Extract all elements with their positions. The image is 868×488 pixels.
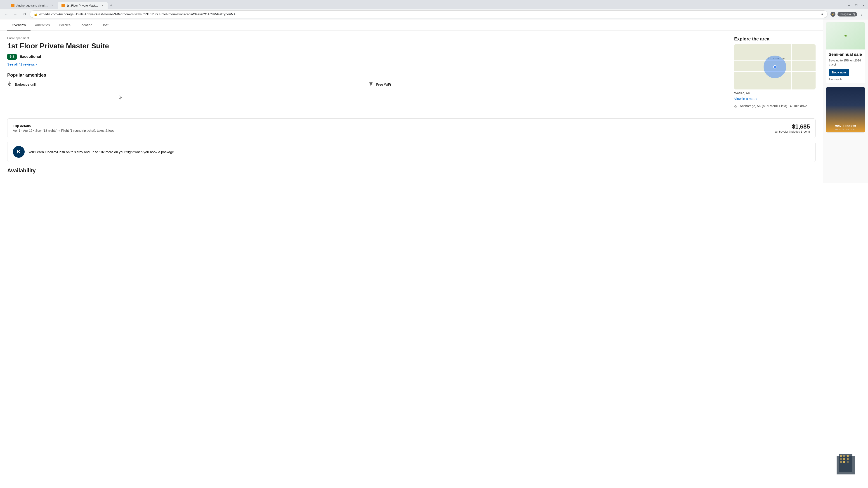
see-reviews-text: See all 41 reviews	[7, 62, 35, 66]
tab-2[interactable]: 1st Floor Private Master Suite ✕	[58, 2, 107, 9]
amenities-grid: Barbecue grill Free	[7, 81, 727, 88]
lock-icon: 🔒	[34, 12, 37, 16]
profile-button[interactable]: 🕵	[829, 11, 837, 18]
bbq-icon	[7, 81, 12, 88]
reload-button[interactable]: ↻	[21, 11, 28, 18]
wifi-icon	[368, 81, 373, 88]
trip-price: $1,685 per traveler (includes 1 room)	[774, 123, 810, 133]
ad-1-cta-button[interactable]: Book now	[829, 69, 849, 76]
new-tab-button[interactable]: +	[108, 2, 114, 8]
explore-title: Explore the area	[734, 36, 815, 41]
chevron-right-icon: ›	[36, 62, 37, 66]
browser-actions: 🕵 Incognito (2) ⋮	[829, 11, 865, 18]
tab-overview[interactable]: Overview	[7, 20, 31, 31]
amenity-wifi-label: Free WiFi	[376, 83, 391, 86]
price-label: per traveler (includes 1 room)	[774, 130, 810, 133]
property-right: Explore the area E Fairview Loop	[734, 36, 815, 113]
tab-2-favicon	[61, 4, 65, 7]
onekey-banner: K You'll earn OneKeyCash on this stay an…	[7, 142, 815, 162]
incognito-icon: 🕵	[831, 13, 835, 15]
svg-point-5	[371, 86, 371, 86]
see-reviews-link[interactable]: See all 41 reviews ›	[7, 62, 727, 66]
ad-1-subtext: Save up to 15% on 2024 travel	[829, 59, 862, 67]
tab-chevron[interactable]: ⌄	[2, 3, 7, 8]
amenity-bbq-label: Barbecue grill	[15, 83, 36, 86]
airport-drive-time: 43 min drive	[790, 104, 807, 108]
breadcrumb: Entire apartment	[7, 36, 727, 40]
incognito-badge: Incognito (2)	[837, 12, 857, 17]
window-controls: — ❐ ✕	[846, 3, 866, 8]
map-location-dot	[773, 65, 776, 68]
mgm-brand-logo: MGM RESORTS	[835, 125, 856, 127]
availability-title: Availability	[7, 167, 815, 174]
tab-1[interactable]: Anchorage (and vicinity), Alask... ✕	[8, 2, 57, 9]
rating-label: Exceptional	[20, 55, 41, 59]
close-button[interactable]: ✕	[861, 3, 866, 8]
ad-1-terms: Terms apply	[829, 78, 862, 80]
maximize-button[interactable]: ❐	[854, 3, 859, 8]
property-title: 1st Floor Private Master Suite	[7, 41, 727, 50]
airport-info: ✈ Anchorage, AK (MRI-Merrill Field) 43 m…	[734, 104, 815, 109]
amenities-section: Popular amenities	[7, 72, 727, 88]
ad-card-1-body: Semi-annual sale Save up to 15% on 2024 …	[826, 50, 865, 83]
property-section: Entire apartment 1st Floor Private Maste…	[0, 31, 823, 119]
tab-1-title: Anchorage (and vicinity), Alask...	[16, 4, 49, 7]
ad-card-2: MGM RESORTS MANDALAY BAY	[826, 87, 865, 133]
rating-row: 9.8 Exceptional	[7, 54, 727, 60]
property-nav: Overview Amenities Policies Location Hos…	[0, 20, 823, 31]
url-text: expedia.com/Anchorage-Hotels-Abbys-Guest…	[39, 12, 819, 16]
main-content: Overview Amenities Policies Location Hos…	[0, 20, 823, 183]
airport-name: Anchorage, AK (MRI-Merrill Field)	[740, 104, 787, 108]
browser-chrome: ⌄ Anchorage (and vicinity), Alask... ✕ 1…	[0, 0, 868, 20]
tab-policies[interactable]: Policies	[54, 20, 75, 31]
minimize-button[interactable]: —	[846, 3, 852, 8]
map-container: E Fairview Loop	[734, 44, 815, 90]
tab-2-title: 1st Floor Private Master Suite	[66, 4, 98, 7]
tab-amenities[interactable]: Amenities	[31, 20, 55, 31]
location-name: Wasilla, AK	[734, 91, 815, 95]
view-map-chevron-icon: ›	[756, 97, 757, 101]
trip-details-description: Apr 1 - Apr 19 • Stay (18 nights) + Flig…	[13, 129, 114, 132]
trip-details-bar: Trip details Apr 1 - Apr 19 • Stay (18 n…	[7, 119, 815, 138]
onekey-logo-letter: K	[17, 149, 21, 155]
trip-details-left: Trip details Apr 1 - Apr 19 • Stay (18 n…	[13, 124, 114, 132]
amenity-item-bbq: Barbecue grill	[7, 81, 366, 88]
ad-card-1-image: 🌿	[826, 22, 865, 50]
tab-host[interactable]: Host	[97, 20, 113, 31]
forward-button[interactable]: →	[12, 11, 19, 18]
amenity-item-wifi: Free WiFi	[368, 81, 727, 88]
tab-1-close[interactable]: ✕	[50, 4, 54, 7]
view-map-text: View in a map	[734, 97, 755, 101]
tab-1-favicon	[11, 4, 14, 7]
tab-location[interactable]: Location	[75, 20, 97, 31]
property-left: Entire apartment 1st Floor Private Maste…	[7, 36, 727, 113]
availability-section: Availability	[0, 167, 823, 183]
ad-card-1: 🌿 Semi-annual sale Save up to 15% on 202…	[826, 22, 865, 84]
view-map-link[interactable]: View in a map ›	[734, 97, 815, 101]
onekey-logo: K	[13, 146, 25, 158]
rating-badge: 9.8	[7, 54, 17, 60]
back-button[interactable]: ←	[3, 11, 10, 18]
incognito-label: Incognito (2)	[840, 13, 855, 16]
explore-section: Explore the area E Fairview Loop	[734, 36, 815, 109]
bookmark-icon[interactable]: ★	[820, 12, 824, 16]
address-bar-row: ← → ↻ 🔒 expedia.com/Anchorage-Hotels-Abb…	[0, 9, 868, 19]
address-bar[interactable]: 🔒 expedia.com/Anchorage-Hotels-Abbys-Gue…	[30, 10, 828, 18]
map-background: E Fairview Loop	[734, 44, 815, 90]
onekey-message: You'll earn OneKeyCash on this stay and …	[28, 150, 174, 154]
amenities-title: Popular amenities	[7, 72, 727, 78]
menu-button[interactable]: ⋮	[858, 11, 865, 18]
airplane-icon: ✈	[734, 104, 738, 109]
tab-bar: ⌄ Anchorage (and vicinity), Alask... ✕ 1…	[0, 0, 868, 9]
page-layout: Overview Amenities Policies Location Hos…	[0, 20, 868, 183]
tab-2-close[interactable]: ✕	[100, 4, 104, 7]
ad-panel: 🌿 Semi-annual sale Save up to 15% on 202…	[823, 20, 868, 183]
ad-1-headline: Semi-annual sale	[829, 52, 862, 57]
price-amount: $1,685	[774, 123, 810, 130]
mgm-location: MANDALAY BAY	[835, 128, 856, 131]
trip-details-title: Trip details	[13, 124, 114, 128]
ad-card-2-image: MGM RESORTS MANDALAY BAY	[826, 87, 865, 132]
